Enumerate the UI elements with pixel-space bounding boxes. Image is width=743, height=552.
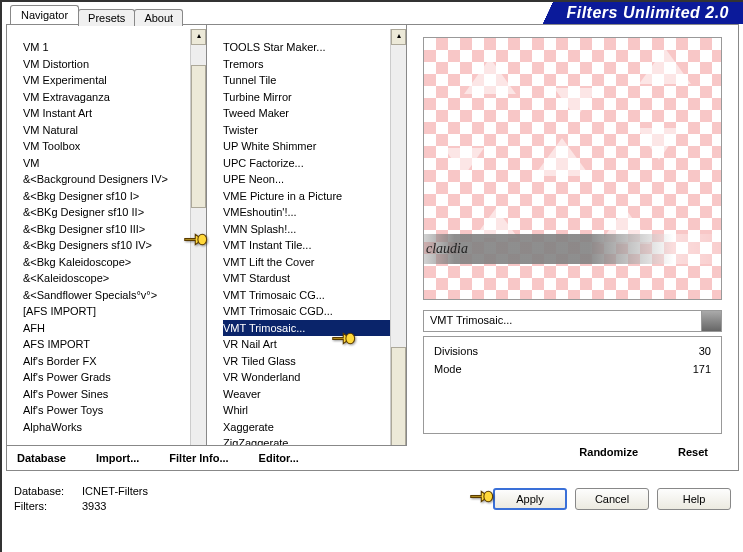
filter-item[interactable]: VMT Stardust <box>223 270 404 287</box>
category-item[interactable]: VM Experimental <box>23 72 204 89</box>
filter-item[interactable]: Weaver <box>223 386 404 403</box>
randomize-button[interactable]: Randomize <box>579 446 638 458</box>
footer: Database:ICNET-Filters Filters:3933 Appl… <box>2 471 743 527</box>
param-label: Divisions <box>434 345 478 363</box>
database-info: Database:ICNET-Filters Filters:3933 <box>14 484 148 514</box>
filters-count-value: 3933 <box>82 499 106 514</box>
scroll-up-icon[interactable]: ▴ <box>191 29 206 45</box>
database-button[interactable]: Database <box>17 452 66 464</box>
category-item[interactable]: VM Toolbox <box>23 138 204 155</box>
category-item[interactable]: AlphaWorks <box>23 419 204 436</box>
filter-item[interactable]: Turbine Mirror <box>223 89 404 106</box>
param-label: Mode <box>434 363 462 381</box>
category-item[interactable]: &<Background Designers IV> <box>23 171 204 188</box>
filter-panel: TOOLS Star Maker...TremorsTunnel TileTur… <box>207 25 407 470</box>
filter-item[interactable]: UP White Shimmer <box>223 138 404 155</box>
filter-title-row: VMT Trimosaic... <box>423 310 722 332</box>
selected-filter-name: VMT Trimosaic... <box>424 311 701 331</box>
filter-scrollbar[interactable]: ▴ ▾ <box>390 29 406 466</box>
app-title: Filters Unlimited 2.0 <box>562 2 743 24</box>
filter-item[interactable]: VR Nail Art <box>223 336 404 353</box>
category-item[interactable]: &<BKg Designer sf10 II> <box>23 204 204 221</box>
filter-item[interactable]: VMEshoutin'!... <box>223 204 404 221</box>
category-item[interactable]: VM Extravaganza <box>23 89 204 106</box>
reset-button[interactable]: Reset <box>678 446 708 458</box>
parameter-box: Divisions30Mode171 <box>423 336 722 434</box>
category-item[interactable]: VM Distortion <box>23 56 204 73</box>
preview-panel: claudia VMT Trimosaic... Divisions30Mode… <box>407 25 738 470</box>
filter-item[interactable]: Twister <box>223 122 404 139</box>
category-item[interactable]: VM 1 <box>23 39 204 56</box>
filter-dropdown-icon[interactable] <box>701 311 721 331</box>
filter-item[interactable]: Tunnel Tile <box>223 72 404 89</box>
category-item[interactable]: &<Bkg Designers sf10 IV> <box>23 237 204 254</box>
param-row[interactable]: Divisions30 <box>434 345 711 363</box>
scroll-up-icon[interactable]: ▴ <box>391 29 406 45</box>
filter-list[interactable]: TOOLS Star Maker...TremorsTunnel TileTur… <box>211 29 406 466</box>
scroll-thumb[interactable] <box>191 65 206 208</box>
preview-image: claudia <box>423 37 722 300</box>
category-item[interactable]: &<Bkg Kaleidoscope> <box>23 254 204 271</box>
param-value: 171 <box>693 363 711 381</box>
category-item[interactable]: Alf's Power Toys <box>23 402 204 419</box>
filter-item[interactable]: Whirl <box>223 402 404 419</box>
tab-navigator[interactable]: Navigator <box>10 5 79 24</box>
param-value: 30 <box>699 345 711 363</box>
category-item[interactable]: VM Instant Art <box>23 105 204 122</box>
help-button[interactable]: Help <box>657 488 731 510</box>
filter-item[interactable]: VMT Trimosaic... <box>223 320 404 337</box>
filter-item[interactable]: VME Picture in a Picture <box>223 188 404 205</box>
filter-item[interactable]: VMN Splash!... <box>223 221 404 238</box>
filters-count-label: Filters: <box>14 499 74 514</box>
filter-item[interactable]: VMT Trimosaic CG... <box>223 287 404 304</box>
filter-info-button[interactable]: Filter Info... <box>169 452 228 464</box>
database-label: Database: <box>14 484 74 499</box>
param-row[interactable]: Mode171 <box>434 363 711 381</box>
category-item[interactable]: AFH <box>23 320 204 337</box>
category-item[interactable]: &<Sandflower Specials°v°> <box>23 287 204 304</box>
category-item[interactable]: &<Bkg Designer sf10 III> <box>23 221 204 238</box>
database-value: ICNET-Filters <box>82 484 148 499</box>
scroll-thumb[interactable] <box>391 347 406 450</box>
category-item[interactable]: VM Natural <box>23 122 204 139</box>
import-button[interactable]: Import... <box>96 452 139 464</box>
category-item[interactable]: Alf's Power Grads <box>23 369 204 386</box>
filter-item[interactable]: TOOLS Star Maker... <box>223 39 404 56</box>
svg-point-2 <box>484 491 493 502</box>
main-area: VM 1VM DistortionVM ExperimentalVM Extra… <box>6 25 739 471</box>
filter-item[interactable]: UPC Factorize... <box>223 155 404 172</box>
apply-button[interactable]: Apply <box>493 488 567 510</box>
filter-item[interactable]: Tweed Maker <box>223 105 404 122</box>
category-panel: VM 1VM DistortionVM ExperimentalVM Extra… <box>7 25 207 470</box>
cancel-button[interactable]: Cancel <box>575 488 649 510</box>
category-item[interactable]: Alf's Power Sines <box>23 386 204 403</box>
category-item[interactable]: &<Kaleidoscope> <box>23 270 204 287</box>
category-item[interactable]: VM <box>23 155 204 172</box>
tab-about[interactable]: About <box>134 9 183 26</box>
category-item[interactable]: Alf's Border FX <box>23 353 204 370</box>
tab-presets[interactable]: Presets <box>78 9 135 26</box>
category-item[interactable]: &<Bkg Designer sf10 I> <box>23 188 204 205</box>
tab-strip: Navigator Presets About <box>10 2 182 24</box>
filter-item[interactable]: VMT Trimosaic CGD... <box>223 303 404 320</box>
filter-item[interactable]: UPE Neon... <box>223 171 404 188</box>
filter-item[interactable]: Xaggerate <box>223 419 404 436</box>
watermark-label: claudia <box>423 234 722 264</box>
category-item[interactable]: AFS IMPORT <box>23 336 204 353</box>
filter-item[interactable]: VMT Instant Tile... <box>223 237 404 254</box>
category-list[interactable]: VM 1VM DistortionVM ExperimentalVM Extra… <box>11 29 206 466</box>
category-scrollbar[interactable]: ▴ ▾ <box>190 29 206 466</box>
filter-item[interactable]: VR Tiled Glass <box>223 353 404 370</box>
category-item[interactable]: [AFS IMPORT] <box>23 303 204 320</box>
app-brand: Filters Unlimited 2.0 <box>534 2 743 24</box>
filter-item[interactable]: VR Wonderland <box>223 369 404 386</box>
action-buttons: Apply Cancel Help <box>493 488 731 510</box>
editor-button[interactable]: Editor... <box>259 452 299 464</box>
filter-item[interactable]: VMT Lift the Cover <box>223 254 404 271</box>
title-bar: Navigator Presets About Filters Unlimite… <box>2 2 743 24</box>
filter-item[interactable]: Tremors <box>223 56 404 73</box>
